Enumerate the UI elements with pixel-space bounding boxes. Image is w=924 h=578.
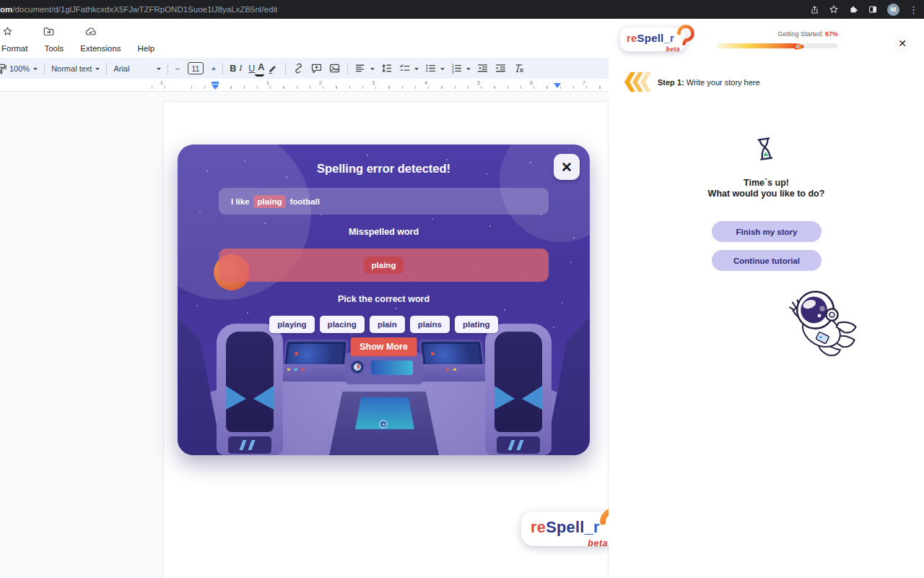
insert-image-icon[interactable] <box>326 61 344 77</box>
more-vert-icon[interactable]: ⋮ <box>909 4 918 15</box>
toolbar-separator <box>44 63 45 74</box>
move-folder-icon[interactable] <box>43 26 55 37</box>
text-color-button[interactable]: A <box>255 61 264 77</box>
brand-beta-tag: beta <box>588 538 608 548</box>
suggestion-button[interactable]: placing <box>320 316 365 333</box>
astronaut-illustration <box>778 282 866 363</box>
modal-close-button[interactable]: ✕ <box>554 154 580 180</box>
suggestion-button[interactable]: plain <box>370 316 405 333</box>
ruler-number: 5 <box>477 79 480 86</box>
brand-part: _r <box>663 32 674 44</box>
timesup-question: What would you like to do? <box>609 189 924 199</box>
browser-bar: om/document/d/1glJFathkcxdxX5FJwTZFRpOND… <box>0 0 924 19</box>
extensions-icon[interactable] <box>848 4 858 14</box>
first-line-indent-marker[interactable] <box>212 82 219 84</box>
italic-button[interactable]: I <box>236 61 245 77</box>
target-icon <box>379 420 388 428</box>
menu-format[interactable]: Format <box>1 44 27 53</box>
line-spacing-icon[interactable] <box>378 61 396 77</box>
timesup-text: Time`s up! What would you like to do? <box>609 178 924 199</box>
brand-beta-tag: beta <box>666 46 680 53</box>
brand-part: Spell <box>546 518 584 536</box>
font-size-increase-button[interactable]: + <box>209 61 219 77</box>
brand-part: re <box>531 518 546 536</box>
ruler-number: 7 <box>583 79 585 86</box>
cloud-saved-icon <box>84 26 97 37</box>
ruler-number: 3 <box>372 79 375 86</box>
sentence-error-chip: plaing <box>253 195 287 208</box>
rocket-icon <box>790 41 805 54</box>
url-domain: om <box>0 5 12 14</box>
spelling-modal: Spelling error detected! ✕ I like plaing… <box>178 144 590 455</box>
sidebar-close-button[interactable]: ✕ <box>894 35 911 52</box>
sentence-after: football <box>289 197 320 206</box>
menu-help[interactable]: Help <box>138 44 155 53</box>
avatar[interactable]: M <box>887 4 899 16</box>
brand-part: _r <box>585 518 600 536</box>
add-comment-icon[interactable] <box>308 61 326 77</box>
progress-fill <box>717 43 798 48</box>
progress-block: Getting Started: 67% <box>717 30 838 48</box>
right-indent-marker[interactable] <box>554 83 561 92</box>
side-panel-icon[interactable] <box>868 4 878 14</box>
bold-button[interactable]: B <box>227 61 236 77</box>
indent-increase-icon[interactable] <box>492 61 510 77</box>
brand-swirl-icon <box>676 22 695 46</box>
progress-value: 67% <box>825 30 838 38</box>
misspelled-word-chip: plaing <box>364 256 404 274</box>
ruler-number: 1 <box>160 79 163 86</box>
respell-sidebar: reSpell_r beta Getting Started: 67% ✕ St… <box>609 19 924 578</box>
checklist-icon[interactable] <box>396 61 422 77</box>
hourglass-icon <box>754 136 777 164</box>
suggestion-button[interactable]: plains <box>410 316 450 333</box>
font-size-decrease-button[interactable]: − <box>172 61 182 77</box>
modal-title: Spelling error detected! <box>178 162 590 176</box>
zoom-select[interactable]: 100% <box>6 61 40 77</box>
continue-tutorial-button[interactable]: Continue tutorial <box>712 250 821 271</box>
bullet-list-icon[interactable] <box>422 61 448 77</box>
menu-bar: Format Tools Extensions Help <box>1 44 154 53</box>
step-prefix: Step 1: <box>658 78 684 87</box>
insert-link-icon[interactable] <box>289 61 308 77</box>
font-size-input[interactable]: 11 <box>188 62 204 74</box>
paint-format-icon[interactable] <box>0 63 6 74</box>
brand-part: re <box>627 32 637 44</box>
url-path: /document/d/1glJFathkcxdxX5FJwTZFRpOND1S… <box>12 5 277 14</box>
styles-select[interactable]: Normal text <box>48 61 103 77</box>
ruler-number: 1 <box>266 79 269 86</box>
indent-decrease-icon[interactable] <box>474 61 492 77</box>
sentence-preview: I like plaing football <box>219 188 549 215</box>
numbered-list-icon[interactable]: 123 <box>448 61 474 77</box>
underline-button[interactable]: U <box>245 61 255 77</box>
misspelled-label: Misspelled word <box>178 227 590 237</box>
toolbar-separator <box>285 63 286 74</box>
align-icon[interactable] <box>352 61 378 77</box>
font-select[interactable]: Arial <box>110 61 164 77</box>
star-outline-icon[interactable] <box>2 26 13 37</box>
clear-format-icon[interactable] <box>510 61 528 77</box>
share-icon[interactable] <box>810 5 819 14</box>
step-row: Step 1: Write your story here <box>624 72 760 92</box>
suggestion-button[interactable]: plating <box>455 316 498 333</box>
ruler: 1 1 2 3 4 5 6 7 <box>0 79 609 92</box>
menu-tools[interactable]: Tools <box>44 44 64 53</box>
docs-header: Format Tools Extensions Help <box>0 19 609 58</box>
pick-word-label: Pick the correct word <box>178 294 590 304</box>
bookmark-star-icon[interactable] <box>829 4 839 14</box>
highlight-color-icon[interactable] <box>264 61 282 77</box>
sentence-before: I like <box>231 197 250 206</box>
finish-story-button[interactable]: Finish my story <box>712 221 821 242</box>
chevrons-icon <box>624 72 648 92</box>
menu-extensions[interactable]: Extensions <box>80 44 121 53</box>
address-bar[interactable]: om/document/d/1glJFathkcxdxX5FJwTZFRpOND… <box>0 5 277 14</box>
toolbar-separator <box>167 63 168 74</box>
ruler-number: 6 <box>530 79 533 86</box>
brand-part: Spell <box>637 32 664 44</box>
toolbar-separator <box>222 63 223 74</box>
formatting-toolbar: 100% Normal text Arial − 11 + B I U A 12… <box>0 58 609 79</box>
show-more-button[interactable]: Show More <box>350 337 417 356</box>
suggestion-button[interactable]: playing <box>269 316 314 333</box>
svg-text:3: 3 <box>452 70 454 74</box>
sidebar-brand-logo: reSpell_r beta <box>620 27 686 51</box>
document-canvas: Spelling error detected! ✕ I like plaing… <box>0 92 609 578</box>
